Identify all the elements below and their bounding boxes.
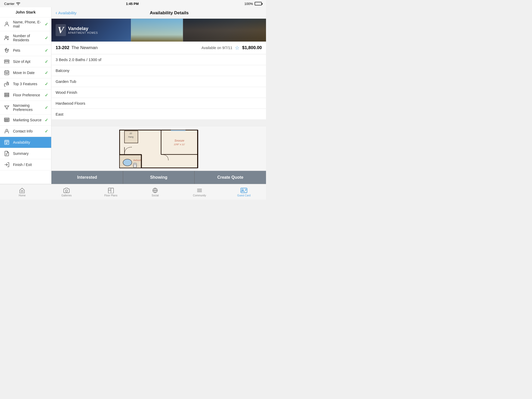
sidebar-item-features[interactable]: Top 3 Features ✓ bbox=[0, 78, 51, 90]
floors-icon bbox=[3, 92, 10, 98]
sidebar-label-move-in: Move In Date bbox=[13, 71, 45, 75]
sidebar-item-summary[interactable]: Summary bbox=[0, 148, 51, 159]
sidebar-item-pets[interactable]: Pets ✓ bbox=[0, 45, 51, 56]
sidebar-label-summary: Summary bbox=[13, 151, 48, 156]
showing-button[interactable]: Showing bbox=[123, 171, 195, 184]
sidebar-label-floor: Floor Preference bbox=[13, 93, 45, 97]
battery-icon bbox=[255, 2, 262, 5]
svg-point-29 bbox=[134, 164, 136, 168]
svg-text:13'8" x 11': 13'8" x 11' bbox=[174, 143, 185, 146]
availability-icon bbox=[3, 139, 10, 145]
tab-bar: Home Galleries Floor Plans Social Commun… bbox=[0, 184, 266, 200]
svg-point-6 bbox=[6, 73, 7, 74]
svg-rect-13 bbox=[5, 140, 9, 145]
svg-rect-3 bbox=[5, 62, 9, 63]
sidebar-label-availability: Availability bbox=[13, 140, 48, 144]
floor-plan-svg: //// Hang Snooze 13'8" x 11' Refresh bbox=[117, 129, 200, 169]
brand-sub: APARTMENT HOMES bbox=[68, 31, 98, 34]
sidebar-item-floor[interactable]: Floor Preference ✓ bbox=[0, 90, 51, 101]
tab-guest-card-label: Guest Card bbox=[237, 194, 250, 197]
tab-social-label: Social bbox=[152, 194, 159, 197]
tab-galleries-label: Galleries bbox=[61, 194, 71, 197]
sidebar-title: John Stark bbox=[16, 10, 36, 14]
feature-row-2: Garden Tub bbox=[51, 76, 266, 87]
sidebar-item-name-phone-email[interactable]: Name, Phone, E-mail ✓ bbox=[0, 17, 51, 31]
sidebar-item-availability[interactable]: Availability bbox=[0, 137, 51, 148]
tab-floor-plans[interactable]: Floor Plans bbox=[89, 184, 133, 200]
battery-label: 100% bbox=[244, 2, 253, 6]
tab-community[interactable]: Community bbox=[177, 184, 222, 200]
feature-row-5: East bbox=[51, 109, 266, 120]
action-buttons: Interested Showing Create Quote bbox=[51, 171, 266, 184]
unit-availability: Available on 9/7/11 bbox=[202, 46, 232, 50]
panel-content: V Vandelay APARTMENT HOMES 13-202 The Ne… bbox=[51, 19, 266, 171]
contact-icon bbox=[3, 128, 10, 134]
home-tab-icon bbox=[19, 187, 25, 194]
chevron-left-icon: ‹ bbox=[56, 10, 57, 16]
marketing-icon bbox=[3, 117, 10, 123]
floor-plans-tab-icon bbox=[108, 187, 114, 194]
sidebar-label-marketing: Marketing Source bbox=[13, 118, 45, 122]
svg-point-1 bbox=[5, 36, 7, 37]
tab-galleries[interactable]: Galleries bbox=[44, 184, 89, 200]
svg-point-32 bbox=[65, 190, 68, 192]
svg-point-7 bbox=[8, 73, 8, 74]
banner-logo: V Vandelay APARTMENT HOMES bbox=[56, 24, 98, 36]
svg-point-2 bbox=[7, 36, 9, 38]
svg-point-5 bbox=[5, 73, 6, 74]
svg-point-36 bbox=[242, 189, 243, 191]
check-features: ✓ bbox=[45, 82, 48, 87]
sidebar-label-residents: Number of Residents bbox=[13, 34, 45, 42]
star-icon[interactable]: ☆ bbox=[235, 45, 240, 51]
svg-rect-8 bbox=[5, 93, 9, 94]
status-bar-time: 1:45 PM bbox=[126, 2, 139, 6]
sidebar-item-narrowing[interactable]: Narrowing Preferences ✓ bbox=[0, 101, 51, 115]
globe-tab-icon bbox=[152, 187, 158, 194]
tab-social[interactable]: Social bbox=[133, 184, 177, 200]
sidebar-label-finish-exit: Finish / Exit bbox=[13, 163, 48, 167]
content-area: John Stark Name, Phone, E-mail ✓ Number … bbox=[0, 7, 266, 184]
sidebar-item-marketing[interactable]: Marketing Source ✓ bbox=[0, 115, 51, 126]
sidebar-label-pets: Pets bbox=[13, 48, 45, 52]
tab-guest-card[interactable]: Guest Card bbox=[222, 184, 266, 200]
create-quote-button[interactable]: Create Quote bbox=[195, 171, 266, 184]
sidebar-item-finish-exit[interactable]: Finish / Exit bbox=[0, 159, 51, 170]
svg-point-26 bbox=[123, 159, 132, 166]
banner-house-day bbox=[131, 19, 183, 42]
brand-name: Vandelay bbox=[68, 26, 98, 31]
exit-icon bbox=[3, 162, 10, 168]
svg-point-0 bbox=[6, 22, 8, 24]
interested-button[interactable]: Interested bbox=[51, 171, 123, 184]
brand-text: Vandelay APARTMENT HOMES bbox=[68, 26, 98, 34]
brand-v-letter: V bbox=[56, 24, 66, 36]
sidebar-label-size: Size of Apt bbox=[13, 59, 45, 64]
sidebar-item-residents[interactable]: Number of Residents ✓ bbox=[0, 31, 51, 45]
unit-number: 13-202 bbox=[56, 45, 69, 50]
svg-rect-9 bbox=[5, 94, 9, 95]
svg-rect-10 bbox=[5, 96, 9, 97]
tab-community-label: Community bbox=[193, 194, 206, 197]
feature-row-4: Hardwood Floors bbox=[51, 98, 266, 109]
sidebar-item-size[interactable]: Size of Apt ✓ bbox=[0, 56, 51, 67]
menu-tab-icon bbox=[196, 187, 203, 194]
sidebar-label-contact: Contact Info bbox=[13, 129, 45, 133]
check-move-in: ✓ bbox=[45, 70, 48, 75]
nav-back-button[interactable]: ‹ Availability bbox=[56, 10, 77, 16]
person-icon bbox=[3, 21, 10, 27]
summary-icon bbox=[3, 151, 10, 156]
svg-rect-4 bbox=[5, 71, 9, 75]
sidebar-label-features: Top 3 Features bbox=[13, 82, 45, 86]
sidebar-label-name-phone-email: Name, Phone, E-mail bbox=[13, 20, 45, 28]
status-bar-left: Carrier bbox=[4, 2, 20, 6]
sidebar-item-contact[interactable]: Contact Info ✓ bbox=[0, 126, 51, 137]
tab-home[interactable]: Home bbox=[0, 184, 44, 200]
svg-text:Snooze: Snooze bbox=[175, 139, 184, 142]
sidebar-label-narrowing: Narrowing Preferences bbox=[13, 103, 45, 112]
calendar-icon bbox=[3, 70, 10, 76]
wifi-icon bbox=[16, 2, 20, 6]
check-contact: ✓ bbox=[45, 129, 48, 134]
status-bar-right: 100% bbox=[244, 2, 262, 6]
sidebar-item-move-in[interactable]: Move In Date ✓ bbox=[0, 67, 51, 78]
nav-back-label: Availability bbox=[58, 11, 77, 15]
tab-floor-plans-label: Floor Plans bbox=[104, 194, 117, 197]
